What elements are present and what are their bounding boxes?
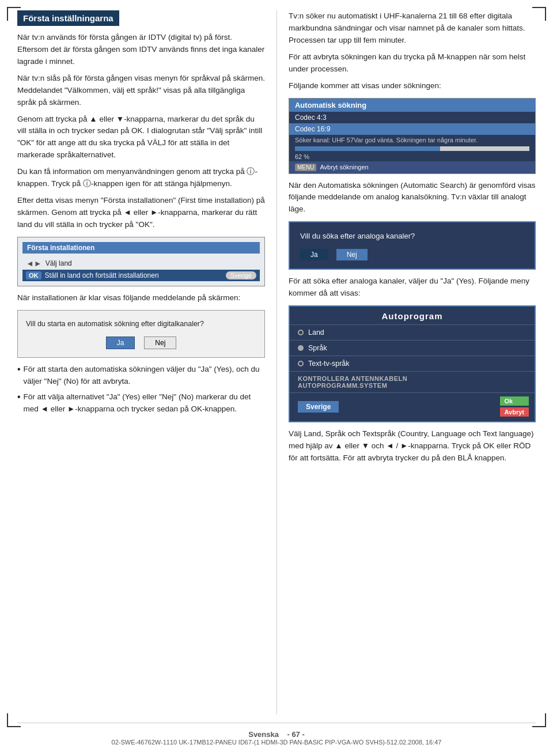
analog-ja-button[interactable]: Ja bbox=[300, 249, 328, 260]
start-dialog-box: Vill du starta en automatisk sökning eft… bbox=[17, 310, 265, 358]
left-p1: När tv:n används för första gången är ID… bbox=[17, 32, 265, 68]
left-column: Första inställningarna När tv:n används … bbox=[17, 10, 276, 715]
right-p4: När den Automatiska sökningen (Automatic… bbox=[289, 180, 536, 216]
dialog-text: Vill du starta en automatisk sökning eft… bbox=[26, 319, 256, 330]
right-p1: Tv:n söker nu automatiskt i UHF-kanalern… bbox=[289, 10, 536, 47]
autosok-row1: Codec 4:3 bbox=[289, 112, 535, 123]
autosok-progress-text: Söker kanal: UHF 57Var god vänta. Söknin… bbox=[289, 135, 535, 145]
autoprogram-title: Autoprogram bbox=[290, 307, 535, 324]
autoprogram-avbryt-btn[interactable]: Avbryt bbox=[500, 407, 529, 417]
right-column: Tv:n söker nu automatiskt i UHF-kanalern… bbox=[276, 10, 536, 715]
right-p6: Välj Land, Språk och Textspråk (Country,… bbox=[289, 428, 536, 464]
bottom-bar: Svenska - 67 - 02-SWE-46762W-1110 UK-17M… bbox=[17, 723, 536, 746]
autoprogram-texttvsprak-label: Text-tv-språk bbox=[308, 360, 350, 368]
autoprogram-sverige: Sverige bbox=[298, 401, 339, 413]
autosok-box: Automatisk sökning Codec 4:3 Codec 16:9 … bbox=[289, 98, 536, 174]
analog-nej-button[interactable]: Nej bbox=[336, 249, 368, 260]
forsta-box-row2-text: Ställ in land och fortsätt installatione… bbox=[45, 271, 159, 279]
analog-dialog-buttons: Ja Nej bbox=[300, 249, 524, 260]
autoprogram-item-texttvsprak: Text-tv-språk bbox=[290, 356, 535, 371]
main-content: Första inställningarna När tv:n används … bbox=[17, 10, 536, 715]
autoprogram-item-land: Land bbox=[290, 324, 535, 340]
radio-dot-sprak bbox=[298, 345, 304, 351]
autosok-progressbar-fill bbox=[295, 146, 440, 151]
right-p2: För att avbryta sökningen kan du trycka … bbox=[289, 51, 536, 75]
dialog-ja-button[interactable]: Ja bbox=[106, 337, 135, 349]
autoprogram-footer: Sverige Ok Avbryt bbox=[290, 392, 535, 421]
autoprogram-action-btns: Ok Avbryt bbox=[500, 396, 529, 417]
page-number-text: - 67 - bbox=[287, 730, 304, 739]
bullet-dot-2: • bbox=[17, 392, 21, 402]
bullet-item-1: • För att starta den automatiska sökning… bbox=[17, 364, 265, 388]
right-p3: Följande kommer att visas under sökninge… bbox=[289, 80, 536, 92]
radio-dot-texttvsprak bbox=[298, 361, 304, 366]
forsta-box-title: Första installationen bbox=[22, 242, 260, 254]
country-tag: Sverige bbox=[226, 271, 256, 279]
forsta-box-row1-text: Välj land bbox=[46, 259, 72, 267]
analog-dialog: Vill du söka efter analoga kanaler? Ja N… bbox=[289, 221, 536, 270]
bullet-item-2: • För att välja alternativet "Ja" (Yes) … bbox=[17, 391, 265, 415]
left-p4: Du kan få information om menyanvändninge… bbox=[17, 166, 265, 190]
dialog-nej-button[interactable]: Nej bbox=[144, 337, 176, 349]
corner-mark-bl bbox=[7, 713, 21, 727]
forsta-box-row1: ◄► Välj land bbox=[22, 257, 260, 270]
language-label: Svenska bbox=[248, 730, 279, 739]
bullet-text-1: För att starta den automatiska sökningen… bbox=[24, 364, 265, 388]
right-p5: För att söka efter analoga kanaler, välj… bbox=[289, 275, 536, 300]
autosok-pct: 62 % bbox=[289, 152, 535, 161]
autoprogram-item-sprak: Språk bbox=[290, 340, 535, 356]
arrow-lr-icon: ◄► bbox=[26, 259, 42, 268]
analog-dialog-text: Vill du söka efter analoga kanaler? bbox=[300, 230, 524, 242]
forsta-box-row2: OK Ställ in land och fortsätt installati… bbox=[22, 270, 260, 281]
autosok-menu-text: Avbryt sökningen bbox=[320, 164, 368, 171]
bullet-dot-1: • bbox=[17, 365, 21, 374]
bullet-text-2: För att välja alternativet "Ja" (Yes) el… bbox=[24, 391, 265, 415]
autosok-menu-row: MENU Avbryt sökningen bbox=[289, 161, 535, 173]
ok-badge: OK bbox=[26, 271, 41, 279]
forsta-installationen-box: Första installationen ◄► Välj land OK St… bbox=[17, 237, 265, 286]
autosok-progressbar bbox=[295, 146, 529, 151]
left-p3: Genom att trycka på ▲ eller ▼-knapparna,… bbox=[17, 114, 265, 162]
autoprogram-kontrolera: KONTROLLERA ANTENNKABELNAUTOPROGRAMM.SYS… bbox=[290, 371, 535, 392]
page-container: Första inställningarna När tv:n används … bbox=[0, 0, 553, 756]
left-p6: När installationen är klar visas följand… bbox=[17, 292, 265, 304]
radio-dot-land bbox=[298, 330, 304, 335]
dialog-buttons: Ja Nej bbox=[26, 337, 256, 349]
section-title: Första inställningarna bbox=[17, 10, 119, 26]
corner-mark-tr bbox=[532, 7, 546, 21]
page-number: Svenska - 67 - bbox=[17, 730, 536, 739]
left-p5: Efter detta visas menyn "Första installa… bbox=[17, 195, 265, 231]
autoprogram-sprak-label: Språk bbox=[308, 344, 327, 352]
autoprogram-land-label: Land bbox=[308, 328, 324, 337]
autosok-title: Automatisk sökning bbox=[289, 99, 535, 112]
autosok-row2: Codec 16:9 bbox=[289, 123, 535, 135]
corner-mark-tl bbox=[7, 7, 21, 21]
autoprogram-box: Autoprogram Land Språk Text-tv-språk KON… bbox=[289, 305, 536, 422]
menu-badge: MENU bbox=[295, 164, 316, 171]
corner-mark-br bbox=[532, 713, 546, 727]
footer-text: 02-SWE-46762W-1110 UK-17MB12-PANEU ID67-… bbox=[17, 739, 536, 746]
autoprogram-ok-btn[interactable]: Ok bbox=[500, 396, 529, 406]
left-p2: När tv:n slås på för första gången visas… bbox=[17, 73, 265, 109]
